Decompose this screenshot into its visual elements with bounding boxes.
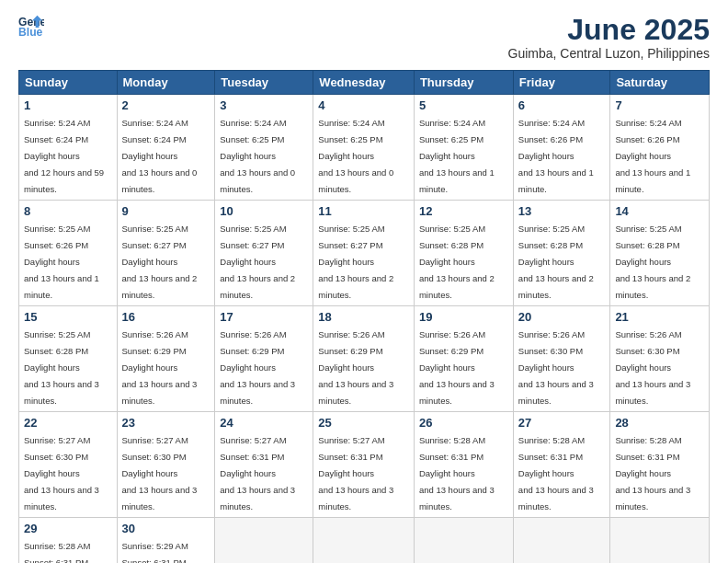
day-info: Sunrise: 5:26 AMSunset: 6:30 PMDaylight … (518, 329, 594, 406)
day-info: Sunrise: 5:25 AMSunset: 6:27 PMDaylight … (318, 224, 393, 300)
day-number: 30 (122, 522, 210, 535)
day-info: Sunrise: 5:27 AMSunset: 6:31 PMDaylight … (318, 435, 393, 511)
day-number: 15 (24, 310, 112, 324)
day-number: 16 (122, 310, 210, 324)
day-info: Sunrise: 5:25 AMSunset: 6:26 PMDaylight … (24, 224, 99, 300)
day-number: 28 (615, 416, 704, 430)
day-number: 11 (318, 204, 409, 218)
calendar-row: 15 Sunrise: 5:25 AMSunset: 6:28 PMDaylig… (19, 306, 710, 412)
day-number: 9 (122, 204, 210, 218)
table-row: 9 Sunrise: 5:25 AMSunset: 6:27 PMDayligh… (117, 201, 215, 306)
day-info: Sunrise: 5:27 AMSunset: 6:31 PMDaylight … (220, 435, 295, 511)
day-number: 17 (220, 310, 308, 324)
day-number: 14 (615, 204, 704, 218)
day-info: Sunrise: 5:26 AMSunset: 6:29 PMDaylight … (220, 329, 295, 406)
table-row: 16 Sunrise: 5:26 AMSunset: 6:29 PMDaylig… (117, 306, 215, 412)
header-sunday: Sunday (19, 71, 118, 95)
table-row: 5 Sunrise: 5:24 AMSunset: 6:25 PMDayligh… (414, 95, 513, 201)
day-info: Sunrise: 5:25 AMSunset: 6:27 PMDaylight … (220, 224, 295, 300)
day-info: Sunrise: 5:24 AMSunset: 6:25 PMDaylight … (419, 118, 495, 194)
day-info: Sunrise: 5:25 AMSunset: 6:28 PMDaylight … (24, 329, 99, 406)
header-monday: Monday (117, 71, 215, 95)
header-tuesday: Tuesday (215, 71, 313, 95)
day-number: 21 (615, 310, 704, 324)
day-info: Sunrise: 5:26 AMSunset: 6:30 PMDaylight … (615, 329, 690, 406)
table-row: 19 Sunrise: 5:26 AMSunset: 6:29 PMDaylig… (414, 306, 513, 412)
day-info: Sunrise: 5:27 AMSunset: 6:30 PMDaylight … (24, 435, 99, 511)
table-row: 3 Sunrise: 5:24 AMSunset: 6:25 PMDayligh… (215, 95, 313, 201)
table-row: 14 Sunrise: 5:25 AMSunset: 6:28 PMDaylig… (610, 201, 710, 306)
table-row: 24 Sunrise: 5:27 AMSunset: 6:31 PMDaylig… (215, 412, 313, 518)
table-row: 13 Sunrise: 5:25 AMSunset: 6:28 PMDaylig… (513, 201, 610, 306)
day-info: Sunrise: 5:26 AMSunset: 6:29 PMDaylight … (419, 329, 495, 406)
day-number: 3 (220, 98, 308, 112)
day-number: 29 (24, 522, 112, 535)
day-info: Sunrise: 5:25 AMSunset: 6:27 PMDaylight … (122, 224, 198, 300)
day-number: 5 (419, 98, 508, 112)
header-friday: Friday (513, 71, 610, 95)
table-row (313, 518, 415, 563)
day-info: Sunrise: 5:29 AMSunset: 6:31 PMDaylight … (122, 541, 198, 563)
table-row: 6 Sunrise: 5:24 AMSunset: 6:26 PMDayligh… (513, 95, 610, 201)
month-title: June 2025 (508, 14, 710, 46)
calendar-row: 8 Sunrise: 5:25 AMSunset: 6:26 PMDayligh… (19, 201, 710, 306)
day-info: Sunrise: 5:27 AMSunset: 6:30 PMDaylight … (122, 435, 198, 511)
calendar-row: 22 Sunrise: 5:27 AMSunset: 6:30 PMDaylig… (19, 412, 710, 518)
table-row: 22 Sunrise: 5:27 AMSunset: 6:30 PMDaylig… (19, 412, 118, 518)
calendar-header-row: Sunday Monday Tuesday Wednesday Thursday… (19, 71, 710, 95)
day-info: Sunrise: 5:24 AMSunset: 6:26 PMDaylight … (615, 118, 690, 194)
day-number: 27 (518, 416, 606, 430)
day-number: 10 (220, 204, 308, 218)
day-info: Sunrise: 5:24 AMSunset: 6:24 PMDaylight … (122, 118, 198, 194)
day-info: Sunrise: 5:26 AMSunset: 6:29 PMDaylight … (318, 329, 393, 406)
day-info: Sunrise: 5:24 AMSunset: 6:24 PMDaylight … (24, 118, 104, 194)
table-row (215, 518, 313, 563)
day-number: 24 (220, 416, 308, 430)
day-info: Sunrise: 5:25 AMSunset: 6:28 PMDaylight … (419, 224, 495, 300)
table-row: 20 Sunrise: 5:26 AMSunset: 6:30 PMDaylig… (513, 306, 610, 412)
table-row: 8 Sunrise: 5:25 AMSunset: 6:26 PMDayligh… (19, 201, 118, 306)
day-info: Sunrise: 5:28 AMSunset: 6:31 PMDaylight … (419, 435, 495, 511)
day-number: 22 (24, 416, 112, 430)
table-row: 7 Sunrise: 5:24 AMSunset: 6:26 PMDayligh… (610, 95, 710, 201)
table-row: 27 Sunrise: 5:28 AMSunset: 6:31 PMDaylig… (513, 412, 610, 518)
table-row: 12 Sunrise: 5:25 AMSunset: 6:28 PMDaylig… (414, 201, 513, 306)
day-info: Sunrise: 5:28 AMSunset: 6:31 PMDaylight … (615, 435, 690, 511)
table-row: 2 Sunrise: 5:24 AMSunset: 6:24 PMDayligh… (117, 95, 215, 201)
table-row: 21 Sunrise: 5:26 AMSunset: 6:30 PMDaylig… (610, 306, 710, 412)
logo: General Blue (18, 14, 44, 40)
table-row: 15 Sunrise: 5:25 AMSunset: 6:28 PMDaylig… (19, 306, 118, 412)
day-info: Sunrise: 5:25 AMSunset: 6:28 PMDaylight … (518, 224, 594, 300)
table-row: 4 Sunrise: 5:24 AMSunset: 6:25 PMDayligh… (313, 95, 415, 201)
table-row: 26 Sunrise: 5:28 AMSunset: 6:31 PMDaylig… (414, 412, 513, 518)
day-info: Sunrise: 5:28 AMSunset: 6:31 PMDaylight … (518, 435, 594, 511)
day-number: 7 (615, 98, 704, 112)
day-info: Sunrise: 5:24 AMSunset: 6:25 PMDaylight … (220, 118, 295, 194)
page-header: General Blue June 2025 Guimba, Central L… (18, 14, 710, 61)
day-number: 4 (318, 98, 409, 112)
day-number: 19 (419, 310, 508, 324)
table-row: 29 Sunrise: 5:28 AMSunset: 6:31 PMDaylig… (19, 518, 118, 563)
day-number: 1 (24, 98, 112, 112)
table-row: 10 Sunrise: 5:25 AMSunset: 6:27 PMDaylig… (215, 201, 313, 306)
day-number: 23 (122, 416, 210, 430)
day-number: 12 (419, 204, 508, 218)
calendar-row: 29 Sunrise: 5:28 AMSunset: 6:31 PMDaylig… (19, 518, 710, 563)
table-row: 23 Sunrise: 5:27 AMSunset: 6:30 PMDaylig… (117, 412, 215, 518)
header-saturday: Saturday (610, 71, 710, 95)
calendar-row: 1 Sunrise: 5:24 AMSunset: 6:24 PMDayligh… (19, 95, 710, 201)
logo-icon: General Blue (18, 14, 44, 40)
day-number: 6 (518, 98, 606, 112)
title-block: June 2025 Guimba, Central Luzon, Philipp… (508, 14, 710, 61)
header-thursday: Thursday (414, 71, 513, 95)
table-row (610, 518, 710, 563)
day-number: 20 (518, 310, 606, 324)
day-info: Sunrise: 5:26 AMSunset: 6:29 PMDaylight … (122, 329, 198, 406)
table-row: 30 Sunrise: 5:29 AMSunset: 6:31 PMDaylig… (117, 518, 215, 563)
header-wednesday: Wednesday (313, 71, 415, 95)
day-number: 13 (518, 204, 606, 218)
svg-text:Blue: Blue (18, 26, 43, 39)
table-row: 25 Sunrise: 5:27 AMSunset: 6:31 PMDaylig… (313, 412, 415, 518)
day-number: 25 (318, 416, 409, 430)
day-info: Sunrise: 5:25 AMSunset: 6:28 PMDaylight … (615, 224, 690, 300)
